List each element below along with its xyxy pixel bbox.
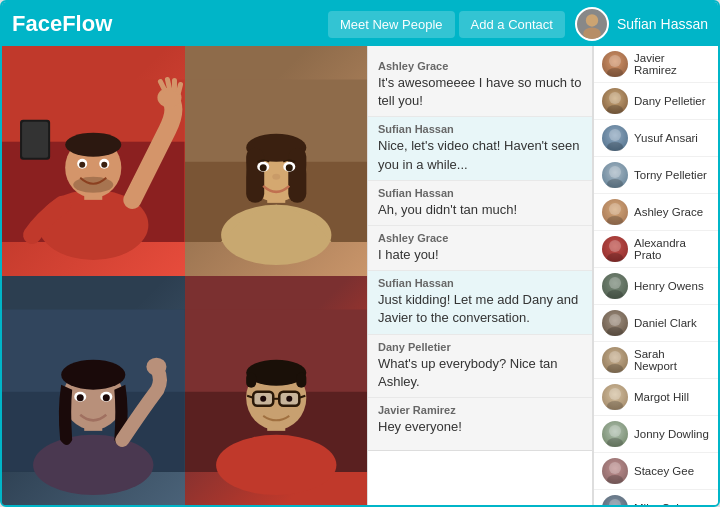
svg-point-64 [609,129,621,141]
contact-name: Sarah Newport [634,348,710,372]
message-sender: Ashley Grace [378,232,582,244]
svg-point-61 [607,68,623,77]
app-logo: FaceFlow [12,11,328,37]
contact-name: Ashley Grace [634,206,703,218]
add-contact-button[interactable]: Add a Contact [459,11,565,38]
svg-point-63 [607,105,623,114]
contacts-sidebar: Javier Ramirez Dany Pelletier Yusuf Ansa… [593,46,718,505]
video-cell-3 [2,276,185,506]
svg-rect-27 [288,148,306,203]
chat-input-area [368,450,592,505]
svg-point-84 [609,499,621,505]
video-cell-2 [185,46,368,276]
message-sender: Sufian Hassan [378,187,582,199]
message-text: I hate you! [378,246,582,264]
svg-rect-19 [22,122,48,158]
svg-point-78 [609,388,621,400]
svg-point-72 [609,277,621,289]
contact-name: Mike Cohen [634,502,695,505]
message-block: Sufian HassanJust kidding! Let me add Da… [368,271,592,334]
contact-item[interactable]: Margot Hill [594,379,718,416]
contact-item[interactable]: Stacey Gee [594,453,718,490]
current-user-avatar [575,7,609,41]
svg-rect-52 [296,372,306,387]
contact-item[interactable]: Javier Ramirez [594,46,718,83]
message-sender: Ashley Grace [378,60,582,72]
svg-line-15 [167,80,169,89]
svg-point-62 [609,92,621,104]
svg-point-39 [61,359,125,389]
contact-name: Jonny Dowling [634,428,709,440]
svg-point-75 [607,327,623,336]
contact-avatar [602,51,628,77]
header-buttons: Meet New People Add a Contact [328,11,565,38]
message-text: What's up everybody? Nice tan Ashley. [378,355,582,391]
contact-avatar [602,162,628,188]
contact-item[interactable]: Ashley Grace [594,194,718,231]
contact-avatar [602,458,628,484]
contact-name: Dany Pelletier [634,95,706,107]
contact-item[interactable]: Torny Pelletier [594,157,718,194]
contact-avatar [602,384,628,410]
contact-name: Stacey Gee [634,465,694,477]
svg-line-17 [178,85,180,93]
svg-point-7 [65,133,121,157]
meet-new-people-button[interactable]: Meet New People [328,11,455,38]
app-container: FaceFlow Meet New People Add a Contact S… [0,0,720,507]
svg-point-30 [259,164,266,171]
message-sender: Sufian Hassan [378,123,582,135]
contact-avatar [602,310,628,336]
contact-name: Torny Pelletier [634,169,707,181]
svg-point-70 [609,240,621,252]
svg-point-69 [607,216,623,225]
message-text: Just kidding! Let me add Dany and Javier… [378,291,582,327]
svg-point-82 [609,462,621,474]
contact-item[interactable]: Daniel Clark [594,305,718,342]
contact-item[interactable]: Sarah Newport [594,342,718,379]
main-content: Ashley GraceIt's awesomeeee I have so mu… [2,46,718,505]
svg-point-1 [583,28,601,39]
svg-point-77 [607,364,623,373]
contact-item[interactable]: Mike Cohen [594,490,718,505]
contact-avatar [602,273,628,299]
contact-name: Henry Owens [634,280,704,292]
message-block: Ashley GraceI hate you! [368,226,592,271]
contact-item[interactable]: Yusuf Ansari [594,120,718,157]
contact-item[interactable]: Henry Owens [594,268,718,305]
contact-avatar [602,347,628,373]
svg-point-67 [607,179,623,188]
messages-list: Ashley GraceIt's awesomeeee I have so mu… [368,46,592,450]
svg-point-43 [103,394,110,401]
contact-item[interactable]: Alexandra Prato [594,231,718,268]
svg-point-60 [609,55,621,67]
video-area [2,46,367,505]
contact-avatar [602,199,628,225]
contact-item[interactable]: Jonny Dowling [594,416,718,453]
contact-name: Yusuf Ansari [634,132,698,144]
svg-point-44 [146,357,166,375]
svg-point-36 [33,434,153,494]
svg-point-65 [607,142,623,151]
contact-name: Margot Hill [634,391,689,403]
svg-point-0 [586,14,598,26]
svg-point-68 [609,203,621,215]
current-user-name: Sufian Hassan [617,16,708,32]
message-text: It's awesomeeee I have so much to tell y… [378,74,582,110]
contact-avatar [602,236,628,262]
message-block: Sufian HassanAh, you didn't tan much! [368,181,592,226]
contact-avatar [602,88,628,114]
svg-point-83 [607,475,623,484]
svg-point-47 [216,434,336,494]
svg-point-71 [607,253,623,262]
chat-input[interactable] [368,451,592,505]
svg-point-79 [607,401,623,410]
message-block: Javier RamirezHey everyone! [368,398,592,442]
contact-item[interactable]: Dany Pelletier [594,83,718,120]
svg-point-80 [609,425,621,437]
contact-avatar [602,495,628,505]
svg-point-66 [609,166,621,178]
message-sender: Javier Ramirez [378,404,582,416]
svg-point-58 [260,395,266,401]
svg-point-31 [285,164,292,171]
message-sender: Sufian Hassan [378,277,582,289]
